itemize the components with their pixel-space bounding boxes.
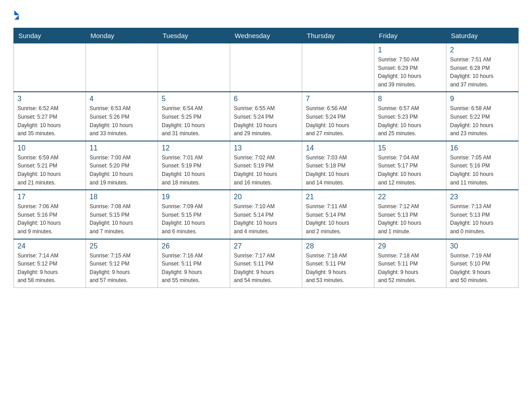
day-info: Sunrise: 6:54 AM Sunset: 5:25 PM Dayligh… <box>162 104 226 137</box>
calendar-cell: 8Sunrise: 6:57 AM Sunset: 5:23 PM Daylig… <box>374 92 446 141</box>
day-info: Sunrise: 7:15 AM Sunset: 5:12 PM Dayligh… <box>90 252 154 285</box>
day-info: Sunrise: 6:56 AM Sunset: 5:24 PM Dayligh… <box>306 104 370 137</box>
day-number: 10 <box>17 144 82 152</box>
day-number: 11 <box>90 144 154 152</box>
day-number: 25 <box>90 242 154 250</box>
day-number: 16 <box>450 144 515 152</box>
day-info: Sunrise: 7:08 AM Sunset: 5:15 PM Dayligh… <box>90 202 154 235</box>
calendar-cell: 14Sunrise: 7:03 AM Sunset: 5:18 PM Dayli… <box>302 141 374 190</box>
calendar-cell: 4Sunrise: 6:53 AM Sunset: 5:26 PM Daylig… <box>86 92 158 141</box>
col-header-friday: Friday <box>374 28 446 43</box>
calendar-cell: 29Sunrise: 7:18 AM Sunset: 5:11 PM Dayli… <box>374 239 446 288</box>
calendar-cell: 17Sunrise: 7:06 AM Sunset: 5:16 PM Dayli… <box>14 190 86 239</box>
day-number: 29 <box>378 242 442 250</box>
day-info: Sunrise: 6:59 AM Sunset: 5:21 PM Dayligh… <box>17 154 82 187</box>
day-info: Sunrise: 7:05 AM Sunset: 5:16 PM Dayligh… <box>450 154 515 187</box>
col-header-tuesday: Tuesday <box>158 28 230 43</box>
calendar-cell: 3Sunrise: 6:52 AM Sunset: 5:27 PM Daylig… <box>14 92 86 141</box>
calendar-week-4: 17Sunrise: 7:06 AM Sunset: 5:16 PM Dayli… <box>14 190 519 239</box>
day-number: 21 <box>306 193 370 201</box>
day-info: Sunrise: 7:03 AM Sunset: 5:18 PM Dayligh… <box>306 154 370 187</box>
day-info: Sunrise: 7:02 AM Sunset: 5:19 PM Dayligh… <box>234 154 298 187</box>
calendar-cell: 16Sunrise: 7:05 AM Sunset: 5:16 PM Dayli… <box>446 141 519 190</box>
calendar-cell: 21Sunrise: 7:11 AM Sunset: 5:14 PM Dayli… <box>302 190 374 239</box>
calendar-cell: 25Sunrise: 7:15 AM Sunset: 5:12 PM Dayli… <box>86 239 158 288</box>
day-number: 22 <box>378 193 442 201</box>
col-header-wednesday: Wednesday <box>230 28 302 43</box>
calendar-cell: 11Sunrise: 7:00 AM Sunset: 5:20 PM Dayli… <box>86 141 158 190</box>
day-number: 5 <box>162 95 226 103</box>
calendar-cell <box>158 43 230 92</box>
calendar-cell: 28Sunrise: 7:18 AM Sunset: 5:11 PM Dayli… <box>302 239 374 288</box>
calendar-cell <box>302 43 374 92</box>
calendar-cell: 9Sunrise: 6:58 AM Sunset: 5:22 PM Daylig… <box>446 92 519 141</box>
col-header-sunday: Sunday <box>14 28 86 43</box>
calendar-week-1: 1Sunrise: 7:50 AM Sunset: 6:29 PM Daylig… <box>14 43 519 92</box>
calendar-cell: 24Sunrise: 7:14 AM Sunset: 5:12 PM Dayli… <box>14 239 86 288</box>
calendar-cell: 18Sunrise: 7:08 AM Sunset: 5:15 PM Dayli… <box>86 190 158 239</box>
day-number: 20 <box>234 193 298 201</box>
day-info: Sunrise: 7:12 AM Sunset: 5:13 PM Dayligh… <box>378 202 442 235</box>
day-number: 15 <box>378 144 442 152</box>
day-info: Sunrise: 7:00 AM Sunset: 5:20 PM Dayligh… <box>90 154 154 187</box>
day-info: Sunrise: 6:57 AM Sunset: 5:23 PM Dayligh… <box>378 104 442 137</box>
day-info: Sunrise: 7:50 AM Sunset: 6:29 PM Dayligh… <box>378 56 442 89</box>
day-info: Sunrise: 7:14 AM Sunset: 5:12 PM Dayligh… <box>17 252 82 285</box>
calendar-cell: 12Sunrise: 7:01 AM Sunset: 5:19 PM Dayli… <box>158 141 230 190</box>
calendar-cell: 30Sunrise: 7:19 AM Sunset: 5:10 PM Dayli… <box>446 239 519 288</box>
calendar-cell: 5Sunrise: 6:54 AM Sunset: 5:25 PM Daylig… <box>158 92 230 141</box>
day-number: 18 <box>90 193 154 201</box>
day-number: 8 <box>378 95 442 103</box>
calendar-week-3: 10Sunrise: 6:59 AM Sunset: 5:21 PM Dayli… <box>14 141 519 190</box>
day-number: 27 <box>234 242 298 250</box>
page-header <box>13 9 519 20</box>
day-number: 4 <box>90 95 154 103</box>
day-number: 6 <box>234 95 298 103</box>
calendar-cell: 22Sunrise: 7:12 AM Sunset: 5:13 PM Dayli… <box>374 190 446 239</box>
day-info: Sunrise: 7:18 AM Sunset: 5:11 PM Dayligh… <box>306 252 370 285</box>
day-info: Sunrise: 7:19 AM Sunset: 5:10 PM Dayligh… <box>450 252 515 285</box>
day-number: 2 <box>450 46 515 54</box>
day-number: 12 <box>162 144 226 152</box>
day-number: 17 <box>17 193 82 201</box>
col-header-saturday: Saturday <box>446 28 519 43</box>
day-info: Sunrise: 7:09 AM Sunset: 5:15 PM Dayligh… <box>162 202 226 235</box>
calendar-cell <box>86 43 158 92</box>
calendar-cell: 23Sunrise: 7:13 AM Sunset: 5:13 PM Dayli… <box>446 190 519 239</box>
logo <box>13 9 21 20</box>
day-number: 19 <box>162 193 226 201</box>
calendar-table: SundayMondayTuesdayWednesdayThursdayFrid… <box>13 28 519 288</box>
col-header-thursday: Thursday <box>302 28 374 43</box>
calendar-cell: 7Sunrise: 6:56 AM Sunset: 5:24 PM Daylig… <box>302 92 374 141</box>
calendar-cell: 13Sunrise: 7:02 AM Sunset: 5:19 PM Dayli… <box>230 141 302 190</box>
calendar-cell: 2Sunrise: 7:51 AM Sunset: 6:28 PM Daylig… <box>446 43 519 92</box>
calendar-cell: 1Sunrise: 7:50 AM Sunset: 6:29 PM Daylig… <box>374 43 446 92</box>
day-number: 7 <box>306 95 370 103</box>
calendar-header-row: SundayMondayTuesdayWednesdayThursdayFrid… <box>14 28 519 43</box>
calendar-cell: 15Sunrise: 7:04 AM Sunset: 5:17 PM Dayli… <box>374 141 446 190</box>
calendar-cell <box>230 43 302 92</box>
calendar-week-5: 24Sunrise: 7:14 AM Sunset: 5:12 PM Dayli… <box>14 239 519 288</box>
calendar-cell: 26Sunrise: 7:16 AM Sunset: 5:11 PM Dayli… <box>158 239 230 288</box>
calendar-cell: 27Sunrise: 7:17 AM Sunset: 5:11 PM Dayli… <box>230 239 302 288</box>
day-info: Sunrise: 6:58 AM Sunset: 5:22 PM Dayligh… <box>450 104 515 137</box>
day-info: Sunrise: 7:51 AM Sunset: 6:28 PM Dayligh… <box>450 56 515 89</box>
day-info: Sunrise: 6:53 AM Sunset: 5:26 PM Dayligh… <box>90 104 154 137</box>
day-info: Sunrise: 7:17 AM Sunset: 5:11 PM Dayligh… <box>234 252 298 285</box>
day-number: 9 <box>450 95 515 103</box>
calendar-cell: 10Sunrise: 6:59 AM Sunset: 5:21 PM Dayli… <box>14 141 86 190</box>
day-number: 26 <box>162 242 226 250</box>
day-info: Sunrise: 7:18 AM Sunset: 5:11 PM Dayligh… <box>378 252 442 285</box>
calendar-cell <box>14 43 86 92</box>
day-info: Sunrise: 7:04 AM Sunset: 5:17 PM Dayligh… <box>378 154 442 187</box>
day-info: Sunrise: 7:16 AM Sunset: 5:11 PM Dayligh… <box>162 252 226 285</box>
day-info: Sunrise: 6:55 AM Sunset: 5:24 PM Dayligh… <box>234 104 298 137</box>
day-info: Sunrise: 7:06 AM Sunset: 5:16 PM Dayligh… <box>17 202 82 235</box>
day-number: 1 <box>378 46 442 54</box>
day-info: Sunrise: 7:13 AM Sunset: 5:13 PM Dayligh… <box>450 202 515 235</box>
day-info: Sunrise: 6:52 AM Sunset: 5:27 PM Dayligh… <box>17 104 82 137</box>
day-number: 14 <box>306 144 370 152</box>
col-header-monday: Monday <box>86 28 158 43</box>
day-number: 3 <box>17 95 82 103</box>
calendar-week-2: 3Sunrise: 6:52 AM Sunset: 5:27 PM Daylig… <box>14 92 519 141</box>
